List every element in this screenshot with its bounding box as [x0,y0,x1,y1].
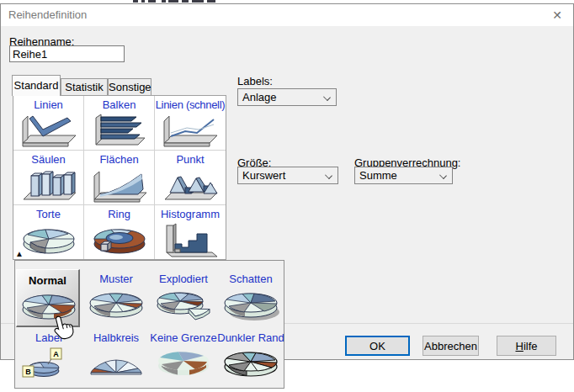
chart-type-label: Balken [84,98,154,113]
pie-halbkreis-icon [84,346,148,383]
chart-type-label: Torte [13,208,83,222]
svg-text:A: A [53,350,59,358]
chart-type-ring[interactable]: Ring [84,205,155,259]
tab-sonstige[interactable]: Sonstige [108,78,151,96]
pie-variant-label: Dunkler Rand [217,331,284,346]
pie-muster-icon [84,287,148,324]
chart-type-linien-schnell[interactable]: Linien (schnell) [155,96,226,151]
pie-variant-label: Normal [17,274,78,289]
pie-schatten-icon [219,287,283,324]
chart-type-grid: Linien Balken Linien (schnell) [13,95,226,260]
punkt-icon [160,167,221,204]
chart-type-label: Säulen [13,153,83,167]
saeulen-icon [19,167,79,204]
gruppenverrechnung-dropdown-value: Summe [359,169,397,182]
tab-standard[interactable]: Standard [12,75,61,96]
balken-icon [89,113,150,150]
close-icon[interactable]: ✕ [549,7,566,24]
pie-variant-label: Explodiert [150,273,217,287]
chevron-down-icon [325,172,332,179]
chevron-down-icon [323,93,331,101]
torte-icon [17,222,81,259]
pie-variant-label-variant[interactable]: Label A B [15,331,82,388]
chart-type-label: Flächen [84,153,154,167]
linien-schnell-icon [160,113,221,150]
gruppenverrechnung-dropdown[interactable]: Summe [354,167,453,184]
histogramm-icon [158,222,222,259]
pie-explodiert-icon [151,287,215,324]
chart-type-histogramm[interactable]: Histogramm [155,205,226,259]
labels-label: Labels: [237,75,273,87]
ring-icon [88,222,151,259]
pie-variant-keine-grenze[interactable]: Keine Grenze [150,331,217,383]
chart-type-flaechen[interactable]: Flächen [84,151,155,205]
dialog-titlebar[interactable]: Reihendefinition ✕ [1,4,573,26]
flaechen-icon [89,167,150,204]
chart-type-balken[interactable]: Balken [84,96,155,151]
pie-variant-dunkler-rand[interactable]: Dunkler Rand [217,331,284,383]
pie-variant-label: Muster [82,273,150,287]
chart-type-label: Punkt [155,153,226,167]
pie-variant-label: Halbkreis [82,331,150,346]
pie-variant-schatten[interactable]: Schatten [217,273,284,324]
cancel-button[interactable]: Abbrechen [423,336,479,356]
flyout-arrow-icon: ▲ [15,249,24,258]
labels-dropdown-value: Anlage [242,91,276,103]
pie-variant-muster[interactable]: Muster [82,273,150,324]
cancel-button-label: Abbrechen [424,340,477,352]
chart-type-punkt[interactable]: Punkt [155,151,226,205]
pie-keine-grenze-icon [151,346,215,383]
groesse-dropdown[interactable]: Kurswert [237,167,338,184]
pie-dunkler-rand-icon [219,346,283,383]
groesse-dropdown-value: Kurswert [242,169,285,182]
pie-variant-explodiert[interactable]: Explodiert [150,273,217,324]
chart-type-linien[interactable]: Linien [13,96,84,151]
chart-type-label: Linien (schnell) [155,98,226,113]
dialog-title: Reihendefinition [8,8,87,21]
pie-variant-halbkreis[interactable]: Halbkreis [82,331,150,383]
reihenname-input[interactable] [9,45,125,62]
ok-button-label: OK [369,340,385,352]
chart-type-label: Ring [84,208,154,222]
help-button[interactable]: Hilfe [497,336,556,356]
chart-type-torte[interactable]: Torte [13,205,84,259]
svg-text:B: B [25,368,31,376]
chart-type-saeulen[interactable]: Säulen [13,151,84,205]
pie-variant-label: Schatten [217,273,284,287]
help-button-label: Hilfe [515,340,537,352]
tab-statistik[interactable]: Statistik [61,78,108,96]
chart-type-label: Histogramm [155,208,226,222]
linien-icon [19,113,79,150]
chart-type-label: Linien [13,98,83,113]
ok-button[interactable]: OK [345,336,410,356]
pie-variant-label: Keine Grenze [150,331,217,346]
labels-dropdown[interactable]: Anlage [237,88,337,106]
pie-label-icon: A B [17,346,81,388]
chevron-down-icon [439,172,447,179]
